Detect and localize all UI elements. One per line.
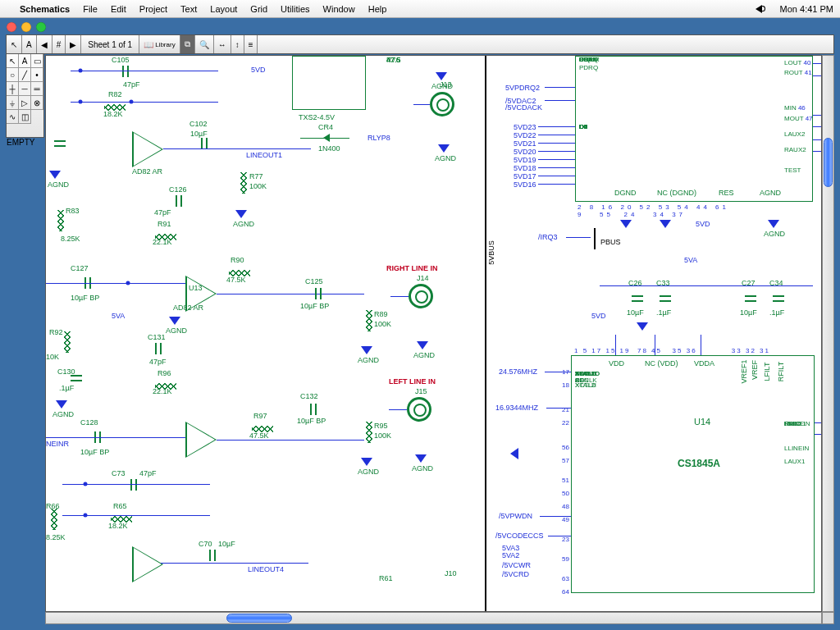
pal-port[interactable]: ▷: [19, 96, 31, 110]
scrollbar-vertical[interactable]: [822, 55, 834, 612]
menubar: Schematics File Edit Project Text Layout…: [0, 0, 840, 18]
clock[interactable]: Mon 4:41 PM: [780, 4, 833, 14]
header-right-pins: LOUT 40 ROUT 41 MIN 46 MOUT 47 LAUX2 RAU…: [784, 59, 813, 103]
pal-arrow[interactable]: ↖: [7, 54, 19, 68]
opamp-2: [185, 422, 217, 458]
pal-sine[interactable]: ∿: [7, 110, 19, 124]
tool-palette: ↖ A ▭ ○ ╱ • ┼ ─ ═ ⏚ ▷ ⊗ ∿ ◫: [6, 54, 44, 138]
menu-file[interactable]: File: [83, 4, 98, 14]
scrollbar-h-thumb[interactable]: [226, 614, 292, 623]
menu-window[interactable]: Window: [323, 4, 355, 14]
menu-edit[interactable]: Edit: [111, 4, 126, 14]
grow-box[interactable]: [822, 612, 834, 624]
pal-wire[interactable]: ─: [19, 82, 31, 96]
tool-text[interactable]: A: [22, 35, 37, 53]
data-nets: 5VD23 5VD22 5VD21 5VD20 5VD19 5VD18 5VD1…: [514, 123, 536, 189]
window-minimize[interactable]: [21, 22, 31, 32]
jack-j15: [407, 397, 431, 422]
pal-node[interactable]: ┼: [7, 82, 19, 96]
menu-help[interactable]: Help: [368, 4, 387, 14]
pal-dot[interactable]: •: [31, 68, 43, 82]
pal-sym[interactable]: ◫: [19, 110, 31, 124]
bus-label: 5VBUS: [487, 240, 495, 265]
header-ic: [575, 56, 813, 202]
volume-icon[interactable]: [756, 4, 769, 14]
tool-link[interactable]: ⧉: [180, 35, 195, 53]
library-button[interactable]: 📖Library: [139, 35, 180, 53]
cap-c26: [632, 293, 643, 304]
u14-refdes: U14: [694, 417, 710, 427]
pal-rect[interactable]: ▭: [31, 54, 43, 68]
fit-v[interactable]: ↕: [231, 35, 244, 53]
pal-bus[interactable]: ═: [31, 82, 43, 96]
tool-pointer[interactable]: ↖: [7, 35, 22, 53]
scrollbar-v-thumb[interactable]: [824, 138, 833, 187]
pal-gnd[interactable]: ⏚: [7, 96, 19, 110]
menu-grid[interactable]: Grid: [250, 4, 267, 14]
dgnd-symbol: [620, 220, 632, 228]
menu-project[interactable]: Project: [139, 4, 167, 14]
window-zoom[interactable]: [36, 22, 46, 32]
menu-utilities[interactable]: Utilities: [281, 4, 309, 14]
page-next[interactable]: ▶: [66, 35, 81, 53]
sheet-indicator[interactable]: Sheet 1 of 1: [81, 35, 139, 53]
pal-circle[interactable]: ○: [7, 68, 19, 82]
tool-settings[interactable]: ≡: [244, 35, 258, 53]
header-bottom-nums: 2 8 16 20 52 53 54 44 61 9 55 24 34 37: [578, 203, 821, 218]
fit-h[interactable]: ↔: [214, 35, 231, 53]
opamp-1: [132, 131, 163, 167]
u14-part: CS1845A: [678, 458, 720, 469]
pal-text[interactable]: A: [19, 54, 31, 68]
toolbar: ↖ A ◀ # ▶ Sheet 1 of 1 📖Library ⧉ 🔍 ↔ ↕ …: [6, 34, 834, 54]
palette-empty: EMPTY: [7, 138, 34, 147]
tool-zoom[interactable]: 🔍: [195, 35, 214, 53]
app-menu[interactable]: Schematics: [20, 4, 70, 14]
jack-j13: [430, 92, 454, 116]
scrollbar-horizontal[interactable]: [45, 612, 822, 624]
pal-line[interactable]: ╱: [19, 68, 31, 82]
menu-layout[interactable]: Layout: [210, 4, 237, 14]
page-prev[interactable]: ◀: [37, 35, 52, 53]
opamp-3: [132, 546, 163, 582]
window-close[interactable]: [7, 22, 16, 32]
pbus-stub: [594, 228, 596, 249]
page-grid[interactable]: #: [52, 35, 66, 53]
schematic-canvas[interactable]: 5VBUS PBUS LOUT 40 ROUT 41 MIN 46 MOUT 4…: [45, 55, 822, 612]
bus-divider: [485, 56, 486, 611]
relay-box: [292, 56, 366, 110]
pbus-label: PBUS: [600, 238, 621, 246]
menu-text[interactable]: Text: [180, 4, 197, 14]
jack-j14: [409, 284, 433, 308]
pal-xform[interactable]: ⊗: [31, 96, 43, 110]
ic-u14: [571, 355, 815, 593]
